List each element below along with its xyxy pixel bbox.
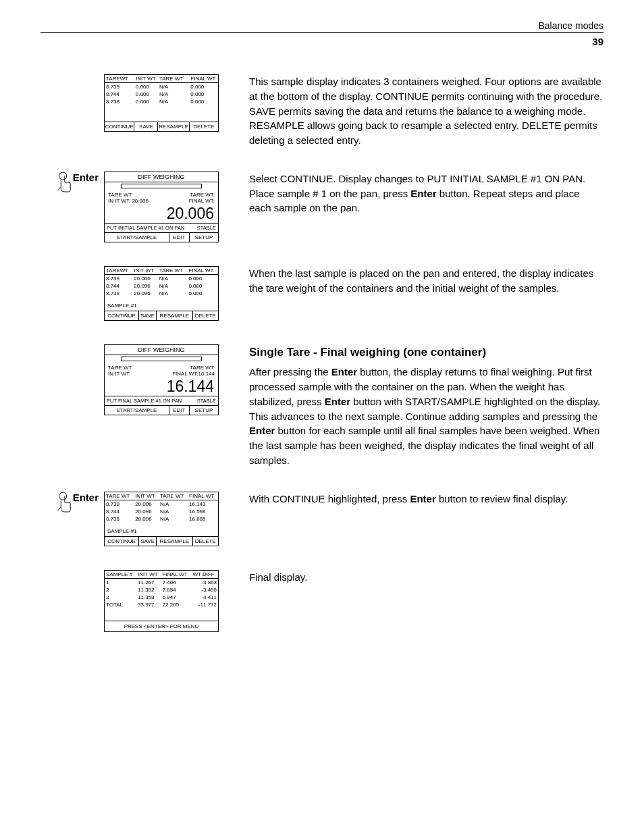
page-number: 39 — [41, 36, 603, 47]
weight-reading: 16.144 — [105, 379, 218, 396]
enter-prompt: Enter — [54, 492, 99, 546]
lcd-display-6: SAMPLE #INIT WTFINAL WTWT DIFF 111.2677.… — [104, 570, 219, 632]
body-text-5: With CONTINUE highlighted, press Enter b… — [232, 492, 603, 546]
enter-label: Enter — [73, 172, 99, 183]
hand-press-icon — [54, 492, 73, 513]
continue-button: CONTINUE — [105, 122, 134, 132]
progress-bar — [121, 184, 202, 188]
enter-label: Enter — [73, 492, 99, 503]
block-1: TAREWTINIT WTTARE WTFINAL WT 8.7390.000N… — [41, 74, 603, 148]
footer-prompt: PRESS <ENTER> FOR MENU — [105, 621, 218, 631]
hand-press-icon — [54, 172, 73, 193]
block-3: TAREWTINIT WTTARE WTFINAL WT 8.73920.006… — [41, 266, 603, 321]
lcd-display-4: DIFF WEIGHING TARE WT:TARE WT: IN IT WT:… — [104, 344, 219, 415]
block-2: Enter DIFF WEIGHING TARE WT:TARE WT: IN … — [41, 172, 603, 242]
weight-reading: 20.006 — [105, 206, 218, 223]
block-6: SAMPLE #INIT WTFINAL WTWT DIFF 111.2677.… — [41, 570, 603, 632]
body-text-1: This sample display indicates 3 containe… — [232, 74, 603, 148]
body-text-2: Select CONTINUE. Display changes to PUT … — [232, 172, 603, 242]
header-section: Balance modes — [41, 20, 603, 33]
lcd-display-2: DIFF WEIGHING TARE WT:TARE WT: IN IT WT:… — [104, 172, 219, 242]
enter-prompt: Enter — [54, 172, 99, 242]
block-4: DIFF WEIGHING TARE WT:TARE WT: IN IT WT:… — [41, 344, 603, 468]
block-5: Enter TARE WTINIT WTTARE WTFINAL WT 8.73… — [41, 492, 603, 546]
svg-point-0 — [59, 172, 66, 180]
manual-page: Balance modes 39 TAREWTINIT WTTARE WTFIN… — [0, 0, 644, 696]
delete-button: DELETE — [189, 122, 218, 132]
resample-button: RESAMPLE — [158, 122, 189, 132]
body-text-6: Final display. — [232, 570, 603, 632]
save-button: SAVE — [134, 122, 158, 132]
svg-point-1 — [59, 492, 66, 500]
lcd-display-1: TAREWTINIT WTTARE WTFINAL WT 8.7390.000N… — [104, 74, 219, 132]
body-text-4: Single Tare - Final weighing (one contai… — [232, 344, 603, 468]
section-heading: Single Tare - Final weighing (one contai… — [249, 344, 603, 361]
body-text-3: When the last sample is placed on the pa… — [232, 266, 603, 321]
lcd-display-5: TARE WTINIT WTTARE WTFINAL WT 8.73920.00… — [104, 492, 219, 546]
lcd-display-3: TAREWTINIT WTTARE WTFINAL WT 8.73920.006… — [104, 266, 219, 321]
